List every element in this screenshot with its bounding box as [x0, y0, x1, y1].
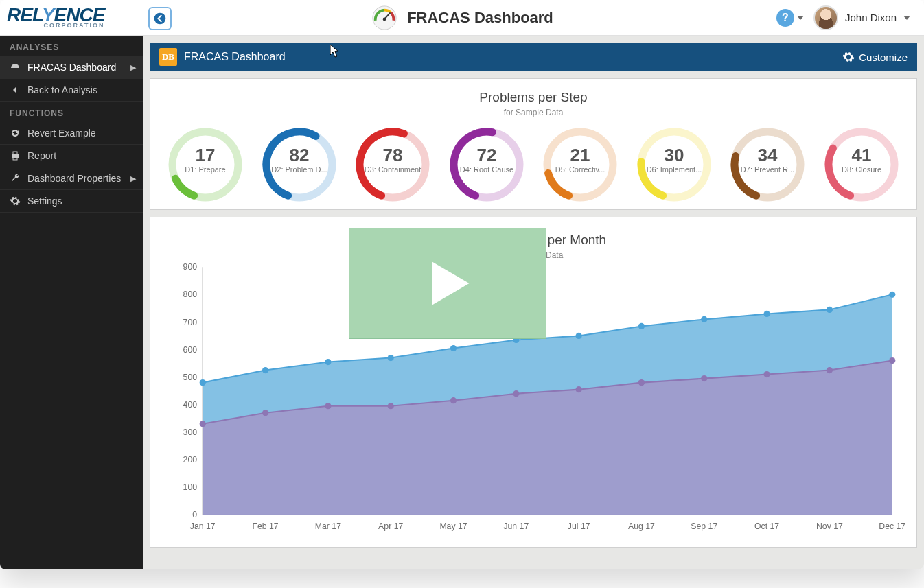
sidebar-item-label: Back to Analysis — [27, 84, 97, 95]
play-video-overlay[interactable] — [349, 228, 546, 339]
svg-text:900: 900 — [183, 262, 198, 272]
top-bar: RELYENCE CORPORATION FRACAS Dashboard ? — [0, 0, 924, 36]
svg-rect-6 — [13, 152, 17, 154]
svg-point-52 — [701, 316, 707, 322]
back-icon — [10, 84, 21, 95]
svg-text:Sep 17: Sep 17 — [691, 521, 717, 531]
svg-text:D3: Containment: D3: Containment — [365, 165, 421, 174]
sidebar-item-label: Revert Example — [27, 128, 96, 139]
panel-title: Problems per Step — [154, 90, 912, 105]
sidebar-item-label: Settings — [27, 196, 62, 207]
svg-text:D5: Correctiv...: D5: Correctiv... — [555, 165, 605, 174]
svg-point-46 — [325, 359, 331, 365]
svg-point-54 — [827, 307, 833, 313]
svg-point-3 — [383, 17, 386, 21]
svg-point-56 — [200, 421, 206, 427]
svg-text:D7: Prevent R...: D7: Prevent R... — [741, 165, 794, 174]
donut-gauge: 72 D4: Root Cause — [444, 127, 529, 202]
svg-text:300: 300 — [183, 427, 198, 437]
svg-text:21: 21 — [570, 145, 590, 165]
mouse-cursor-icon — [330, 44, 339, 58]
sidebar-item-settings[interactable]: Settings — [0, 190, 143, 213]
svg-text:17: 17 — [196, 145, 216, 165]
svg-text:72: 72 — [476, 145, 496, 165]
sidebar-item-label: FRACAS Dashboard — [27, 62, 116, 73]
svg-text:Apr 17: Apr 17 — [378, 521, 403, 531]
svg-text:Jul 17: Jul 17 — [568, 521, 590, 531]
chevron-right-icon: ▶ — [130, 63, 136, 72]
donut-gauge: 41 D8: Closure — [819, 127, 904, 202]
refresh-icon — [10, 128, 21, 139]
customize-button[interactable]: Customize — [842, 51, 908, 63]
help-icon: ? — [776, 9, 794, 27]
caret-down-icon — [797, 16, 804, 20]
svg-point-44 — [200, 379, 206, 386]
svg-text:200: 200 — [183, 455, 198, 464]
svg-text:500: 500 — [183, 373, 198, 382]
user-menu[interactable]: John Dixon — [813, 5, 910, 30]
svg-point-48 — [450, 345, 457, 351]
sidebar-item-revert[interactable]: Revert Example — [0, 122, 143, 145]
svg-text:30: 30 — [664, 145, 684, 165]
collapse-sidebar-button[interactable] — [148, 7, 172, 30]
svg-text:78: 78 — [383, 145, 403, 165]
user-name: John Dixon — [845, 12, 897, 23]
sidebar-item-back[interactable]: Back to Analysis — [0, 79, 143, 102]
svg-point-62 — [576, 386, 582, 392]
svg-text:Dec 17: Dec 17 — [879, 521, 905, 531]
sidebar-item-label: Dashboard Properties — [27, 173, 121, 184]
svg-point-50 — [576, 333, 582, 339]
sidebar-item-report[interactable]: Report — [0, 145, 143, 167]
svg-text:Oct 17: Oct 17 — [754, 521, 779, 531]
donut-gauge: 82 D2: Problem D... — [257, 127, 342, 202]
svg-point-55 — [889, 292, 895, 298]
svg-text:D6: Implement...: D6: Implement... — [646, 165, 702, 174]
problems-per-step-panel: Problems per Step for Sample Data 17 D1:… — [150, 78, 917, 210]
svg-text:700: 700 — [183, 318, 198, 327]
dashboard-header-title: FRACAS Dashboard — [184, 51, 286, 63]
caret-down-icon — [903, 16, 910, 20]
donut-gauge: 17 D1: Prepare — [163, 127, 248, 202]
sidebar-section-functions: FUNCTIONS — [0, 102, 143, 122]
svg-text:Jan 17: Jan 17 — [190, 521, 216, 531]
sidebar: ANALYSES FRACAS Dashboard ▶ Back to Anal… — [0, 36, 143, 569]
svg-point-64 — [701, 375, 707, 381]
gear-icon — [842, 51, 855, 63]
svg-point-57 — [262, 410, 268, 416]
svg-point-53 — [764, 311, 770, 317]
svg-text:Mar 17: Mar 17 — [315, 521, 341, 531]
donut-gauge: 30 D6: Implement... — [632, 127, 717, 202]
svg-text:82: 82 — [289, 145, 309, 165]
svg-point-65 — [764, 371, 770, 377]
db-badge: DB — [159, 48, 177, 66]
panel-subtitle: for Sample Data — [154, 108, 912, 117]
svg-point-61 — [513, 390, 519, 397]
arrow-left-circle-icon — [153, 12, 167, 25]
play-icon — [417, 252, 478, 314]
svg-point-67 — [889, 357, 895, 364]
help-menu[interactable]: ? — [776, 9, 804, 27]
svg-text:0: 0 — [192, 510, 197, 519]
svg-point-51 — [638, 323, 645, 329]
svg-text:Nov 17: Nov 17 — [816, 521, 843, 531]
sidebar-item-label: Report — [27, 150, 56, 161]
brand-logo: RELYENCE CORPORATION — [7, 4, 104, 29]
svg-text:41: 41 — [851, 145, 871, 165]
donut-row: 17 D1: Prepare 82 D2: Problem D... 78 D3… — [154, 127, 912, 202]
svg-text:34: 34 — [758, 145, 778, 165]
svg-text:100: 100 — [183, 482, 198, 492]
avatar — [813, 5, 838, 30]
svg-point-63 — [638, 379, 645, 386]
svg-point-58 — [325, 403, 331, 409]
svg-text:D1: Prepare: D1: Prepare — [185, 165, 226, 174]
dashboard-header-bar: DB FRACAS Dashboard Customize — [150, 43, 917, 71]
svg-point-47 — [388, 355, 394, 361]
donut-gauge: 21 D5: Correctiv... — [538, 127, 623, 202]
content-area: DB FRACAS Dashboard Customize Problems p… — [143, 36, 924, 569]
svg-point-59 — [388, 403, 394, 409]
sidebar-item-properties[interactable]: Dashboard Properties ▶ — [0, 167, 143, 190]
svg-point-0 — [154, 13, 166, 25]
svg-text:D4: Root Cause: D4: Root Cause — [460, 165, 513, 174]
sidebar-item-fracas-dashboard[interactable]: FRACAS Dashboard ▶ — [0, 56, 143, 79]
svg-text:600: 600 — [183, 345, 198, 355]
